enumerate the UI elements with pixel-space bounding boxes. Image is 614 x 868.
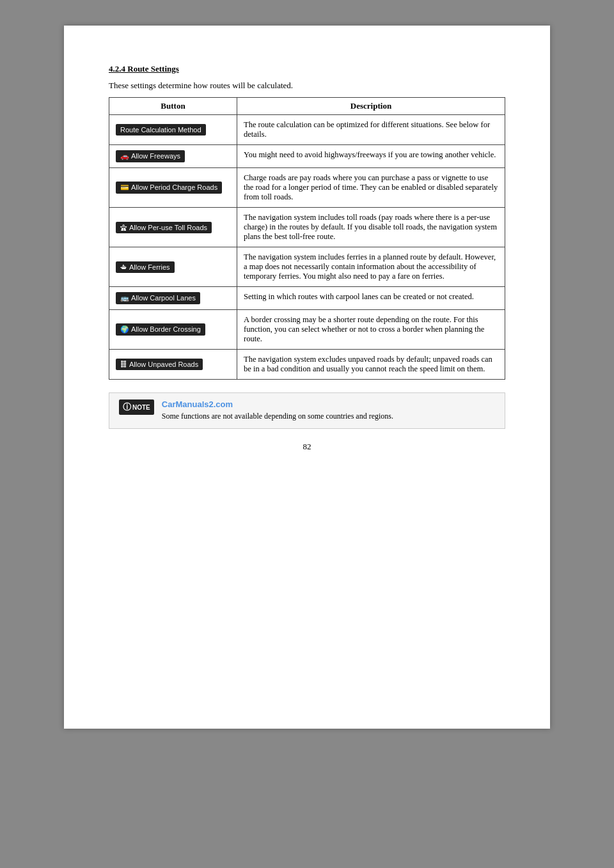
note-text: Some functions are not available dependi… [162,410,393,422]
route-settings-table: Button Description Route Calculation Met… [109,97,505,380]
table-row-desc-0: The route calculation can be optimized f… [237,115,505,145]
col-header-button: Button [109,98,237,115]
table-row-button-1: 🚗Allow Freeways [109,145,237,168]
col-header-description: Description [237,98,505,115]
note-content: CarManuals2.com Some functions are not a… [162,399,393,422]
table-row-button-7: 🛤Allow Unpaved Roads [109,350,237,380]
table-row-button-4: ⛴Allow Ferries [109,247,237,287]
table-row-button-0: Route Calculation Method [109,115,237,145]
intro-text: These settings determine how routes will… [109,81,505,91]
table-row-desc-3: The navigation system includes toll road… [237,208,505,247]
note-icon-wrap: ⓘ NOTE [119,399,154,415]
table-row-button-5: 🚌Allow Carpool Lanes [109,287,237,310]
note-site: CarManuals2.com [162,399,393,409]
note-box: ⓘ NOTE CarManuals2.com Some functions ar… [109,392,505,429]
table-row-desc-1: You might need to avoid highways/freeway… [237,145,505,168]
table-row-desc-7: The navigation system excludes unpaved r… [237,350,505,380]
page-number: 82 [109,442,505,452]
section-title: 4.2.4 Route Settings [109,64,505,74]
note-icon: ⓘ NOTE [119,399,154,415]
table-row-desc-5: Setting in which routes with carpool lan… [237,287,505,310]
page: 4.2.4 Route Settings These settings dete… [64,26,550,729]
table-row-desc-6: A border crossing may be a shorter route… [237,310,505,350]
table-row-desc-4: The navigation system includes ferries i… [237,247,505,287]
table-row-button-3: 🛣Allow Per-use Toll Roads [109,208,237,247]
table-row-desc-2: Charge roads are pay roads where you can… [237,168,505,208]
table-row-button-6: 🌍Allow Border Crossing [109,310,237,350]
table-row-button-2: 💳Allow Period Charge Roads [109,168,237,208]
